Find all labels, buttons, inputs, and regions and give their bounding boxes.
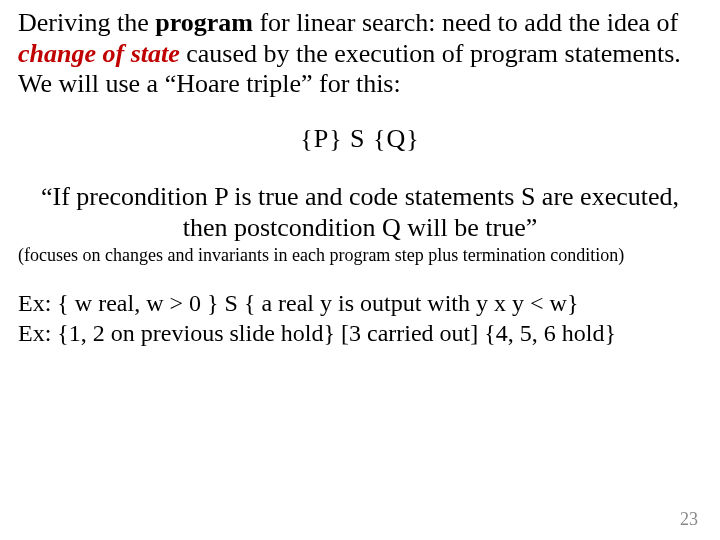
program-word: program (155, 8, 253, 37)
triple-explanation: “If precondition P is true and code stat… (18, 182, 702, 243)
hoare-triple: {P} S {Q} (18, 124, 702, 154)
focus-note: (focuses on changes and invariants in ea… (18, 245, 702, 266)
intro-text-2: for linear search: need to add the idea … (253, 8, 678, 37)
page-number: 23 (680, 509, 698, 530)
example-1: Ex: { w real, w > 0 } S { a real y is ou… (18, 288, 702, 318)
change-of-state: change of state (18, 39, 180, 68)
intro-text-1: Deriving the (18, 8, 155, 37)
example-2: Ex: {1, 2 on previous slide hold} [3 car… (18, 318, 702, 348)
intro-paragraph: Deriving the program for linear search: … (18, 8, 702, 100)
slide: Deriving the program for linear search: … (0, 0, 720, 540)
